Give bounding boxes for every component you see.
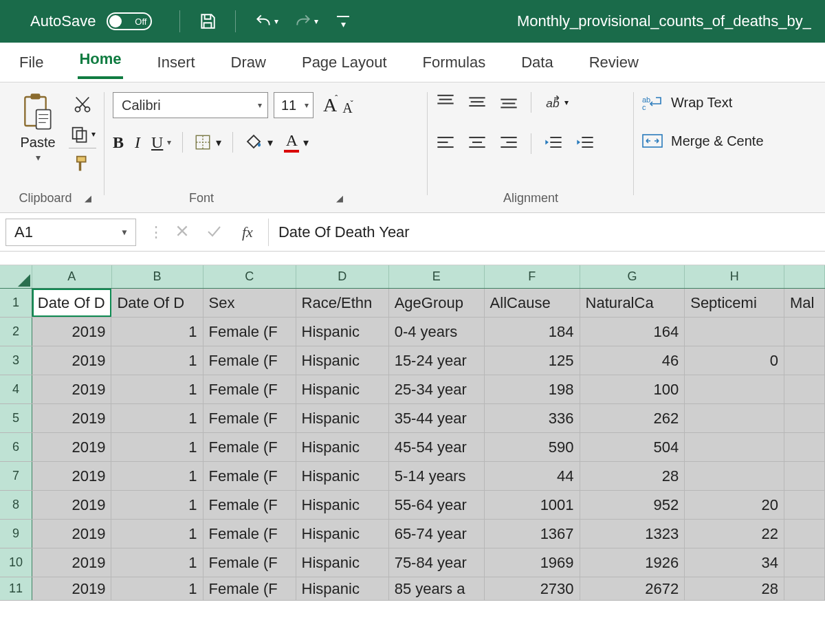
cell[interactable]: 2019	[32, 346, 112, 375]
table-row[interactable]: 520191 Female (F Hispanic35-44 year33626…	[0, 404, 825, 433]
cell[interactable]: 65-74 year	[389, 520, 485, 548]
table-row[interactable]: 620191 Female (F Hispanic45-54 year59050…	[0, 433, 825, 462]
cell[interactable]: NaturalCa	[580, 289, 685, 317]
cell[interactable]: Hispanic	[296, 462, 389, 490]
cell[interactable]: 22	[685, 520, 784, 548]
select-all-corner[interactable]	[0, 265, 32, 288]
cell[interactable]: 15-24 year	[389, 346, 485, 375]
table-row[interactable]: 220191 Female (F Hispanic0-4 years184164	[0, 318, 825, 346]
row-header[interactable]: 11	[0, 577, 32, 600]
cell[interactable]: 1	[111, 548, 203, 577]
cell[interactable]	[784, 520, 825, 548]
cell[interactable]: 2019	[32, 318, 112, 346]
cell[interactable]: 44	[485, 462, 580, 490]
cell[interactable]: 2019	[32, 462, 112, 490]
cell[interactable]: 0	[685, 346, 784, 375]
cell[interactable]: 2019	[32, 577, 112, 600]
cell[interactable]	[685, 462, 784, 490]
cell[interactable]: 504	[580, 433, 685, 461]
cell[interactable]: 125	[485, 346, 580, 375]
italic-button[interactable]: I	[135, 133, 140, 152]
cell[interactable]: 1	[111, 375, 203, 403]
cell[interactable]: Female (F	[204, 375, 296, 403]
customize-qat-icon[interactable]: ▾	[333, 12, 353, 31]
align-right-button[interactable]	[499, 134, 518, 153]
cell[interactable]: 2019	[32, 548, 112, 577]
col-header-D[interactable]: D	[296, 265, 389, 288]
dialog-launcher-icon[interactable]: ◢	[336, 193, 343, 203]
cell[interactable]	[784, 375, 825, 403]
font-name-select[interactable]: Calibri ▾	[113, 92, 268, 118]
autosave-toggle[interactable]: Off	[107, 12, 152, 30]
name-box[interactable]: A1 ▼	[6, 219, 136, 246]
cell[interactable]: 2730	[485, 577, 580, 600]
increase-indent-button[interactable]	[575, 134, 595, 153]
font-size-select[interactable]: 11 ▾	[274, 92, 314, 118]
cell[interactable]: Date Of D	[32, 289, 112, 317]
cell[interactable]: Race/Ethn	[296, 289, 389, 317]
col-header-C[interactable]: C	[204, 265, 296, 288]
cell[interactable]: 1	[111, 318, 203, 346]
fx-label[interactable]: fx	[242, 223, 253, 241]
col-header-B[interactable]: B	[112, 265, 204, 288]
tab-draw[interactable]: Draw	[230, 49, 267, 76]
cell[interactable]: 952	[580, 491, 685, 519]
bold-button[interactable]: B	[113, 133, 124, 152]
tab-home[interactable]: Home	[78, 46, 122, 79]
cell[interactable]: 1	[111, 346, 203, 375]
cell[interactable]: 28	[580, 462, 685, 490]
row-header[interactable]: 3	[0, 346, 32, 375]
cell[interactable]	[784, 433, 825, 461]
cell[interactable]: 1	[111, 491, 203, 519]
fill-color-button[interactable]: ▾	[244, 132, 273, 153]
cell[interactable]: Hispanic	[296, 577, 389, 600]
cell[interactable]: 75-84 year	[389, 548, 485, 577]
cancel-formula-icon[interactable]	[175, 223, 190, 241]
cell[interactable]: Female (F	[204, 491, 296, 519]
cell[interactable]: 46	[580, 346, 685, 375]
cell[interactable]	[685, 375, 784, 403]
cell[interactable]: 1	[111, 404, 203, 432]
cell[interactable]: 1969	[485, 548, 580, 577]
cell[interactable]	[784, 548, 825, 577]
row-header[interactable]: 9	[0, 520, 32, 548]
cell[interactable]: Female (F	[204, 318, 296, 346]
cell[interactable]: 85 years a	[389, 577, 485, 600]
undo-button[interactable]: ▾	[254, 12, 278, 31]
spreadsheet-grid[interactable]: A B C D E F G H 1 Date Of D Date Of D Se…	[0, 265, 825, 601]
save-icon[interactable]	[198, 12, 217, 31]
cell[interactable]: Female (F	[204, 577, 296, 600]
tab-file[interactable]: File	[18, 49, 45, 76]
cell[interactable]: 25-34 year	[389, 375, 485, 403]
align-middle-button[interactable]	[468, 93, 487, 112]
borders-button[interactable]: ▾	[194, 133, 221, 151]
cell[interactable]: 20	[685, 491, 784, 519]
cut-button[interactable]	[69, 93, 96, 115]
cell[interactable]: 1323	[580, 520, 685, 548]
redo-button[interactable]: ▾	[294, 12, 318, 31]
cell[interactable]: Hispanic	[296, 491, 389, 519]
cell[interactable]: 1	[111, 462, 203, 490]
merge-center-button[interactable]: Merge & Cente	[642, 132, 764, 150]
cell[interactable]: Female (F	[204, 404, 296, 432]
cell[interactable]: Female (F	[204, 462, 296, 490]
tab-data[interactable]: Data	[520, 49, 554, 76]
cell[interactable]	[685, 404, 784, 432]
cell[interactable]: 1926	[580, 548, 685, 577]
cell[interactable]: 590	[485, 433, 580, 461]
cell[interactable]: Hispanic	[296, 404, 389, 432]
cell[interactable]: 2019	[32, 491, 112, 519]
cell[interactable]: 2672	[580, 577, 685, 600]
cell[interactable]: Hispanic	[296, 375, 389, 403]
table-row[interactable]: 320191 Female (F Hispanic15-24 year12546…	[0, 346, 825, 375]
table-row[interactable]: 1 Date Of D Date Of D Sex Race/Ethn AgeG…	[0, 289, 825, 318]
cell[interactable]: 34	[685, 548, 784, 577]
row-header[interactable]: 5	[0, 404, 32, 432]
cell[interactable]: Date Of D	[111, 289, 203, 317]
copy-button[interactable]: ▾	[69, 120, 96, 148]
cell[interactable]: Hispanic	[296, 520, 389, 548]
cell[interactable]: 1001	[485, 491, 580, 519]
row-header[interactable]: 7	[0, 462, 32, 490]
cell[interactable]: 1	[111, 433, 203, 461]
cell[interactable]	[784, 462, 825, 490]
